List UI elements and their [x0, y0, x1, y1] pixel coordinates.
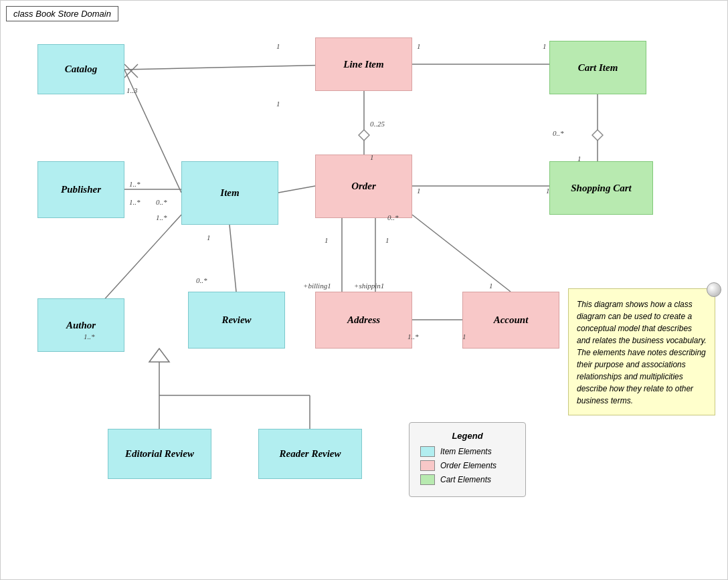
- svg-line-20: [124, 64, 138, 78]
- mult-1-order-addr1: 1: [325, 236, 329, 244]
- mult-0star-review: 0..*: [196, 276, 207, 284]
- svg-line-4: [278, 186, 315, 193]
- legend-title: Legend: [420, 431, 515, 441]
- legend-color-green: [420, 474, 435, 485]
- legend-item-green: Cart Elements: [420, 474, 515, 485]
- mult-1-cart-left: 1: [546, 187, 550, 195]
- author-box: Author: [37, 298, 124, 352]
- mult-1-order-addr2: 1: [385, 236, 389, 244]
- legend-color-pink: [420, 460, 435, 471]
- mult-1star-item2: 1..*: [156, 213, 167, 221]
- diagram-container: class Book Store Domain: [0, 0, 728, 580]
- mult-billing: +billing1: [303, 282, 331, 290]
- note-text: This diagram shows how a class diagram c…: [577, 300, 707, 405]
- legend-label-cyan: Item Elements: [440, 447, 492, 456]
- legend-item-cyan: Item Elements: [420, 446, 515, 457]
- svg-line-19: [124, 64, 138, 78]
- legend-label-pink: Order Elements: [440, 461, 496, 470]
- mult-0star-cart: 0..*: [553, 129, 564, 137]
- mult-1-lineitem-left: 1: [276, 42, 280, 50]
- address-box: Address: [315, 292, 412, 349]
- catalog-box: Catalog: [37, 44, 124, 94]
- legend-item-pink: Order Elements: [420, 460, 515, 471]
- mult-1star-pub: 1..*: [129, 180, 141, 188]
- mult-1-lineitem-bottom: 1: [276, 100, 280, 108]
- aggregation-diamond-lineitem: [358, 129, 370, 141]
- legend-label-green: Cart Elements: [440, 475, 491, 484]
- legend-color-cyan: [420, 446, 435, 457]
- mult-1star-addr: 1..*: [407, 332, 419, 341]
- mult-0star-item: 0..*: [156, 198, 167, 206]
- mult-shipping: +shippin1: [354, 282, 384, 290]
- legend-box: Legend Item Elements Order Elements Cart…: [409, 422, 526, 497]
- mult-1star-author: 1..*: [84, 332, 95, 341]
- mult-1-order-right: 1: [417, 187, 421, 195]
- svg-marker-22: [592, 130, 603, 140]
- shoppingcart-box: Shopping Cart: [549, 161, 653, 215]
- mult-1-3: 1..3: [126, 86, 138, 94]
- editorialreview-box: Editorial Review: [108, 429, 211, 479]
- item-box: Item: [181, 161, 278, 225]
- mult-1-item-review: 1: [207, 233, 211, 241]
- diagram-title: class Book Store Domain: [6, 6, 118, 21]
- mult-025: 0..25: [370, 120, 385, 128]
- readerreview-box: Reader Review: [258, 429, 362, 479]
- aggregation-diamond-cartitem: [592, 129, 604, 141]
- note-circle: [707, 282, 721, 297]
- cartitem-box: Cart Item: [549, 41, 646, 94]
- svg-line-12: [412, 215, 511, 292]
- order-box: Order: [315, 155, 412, 218]
- svg-marker-18: [149, 349, 169, 362]
- publisher-box: Publisher: [37, 161, 124, 218]
- review-box: Review: [188, 292, 285, 349]
- note-box: This diagram shows how a class diagram c…: [568, 288, 715, 415]
- svg-marker-21: [359, 130, 369, 140]
- mult-0star-order: 0..*: [387, 213, 399, 221]
- mult-1star-pub2: 1..*: [129, 198, 141, 206]
- mult-1-cartitem-left: 1: [543, 42, 547, 50]
- account-box: Account: [462, 292, 559, 349]
- mult-1-lineitem-right: 1: [417, 42, 421, 50]
- svg-line-8: [230, 225, 236, 292]
- mult-1-account: 1: [489, 282, 493, 290]
- mult-1-addr-acct: 1: [462, 332, 466, 341]
- lineitem-box: Line Item: [315, 37, 412, 91]
- mult-1-order-top: 1: [370, 153, 374, 161]
- mult-1-cart-top: 1: [577, 155, 581, 163]
